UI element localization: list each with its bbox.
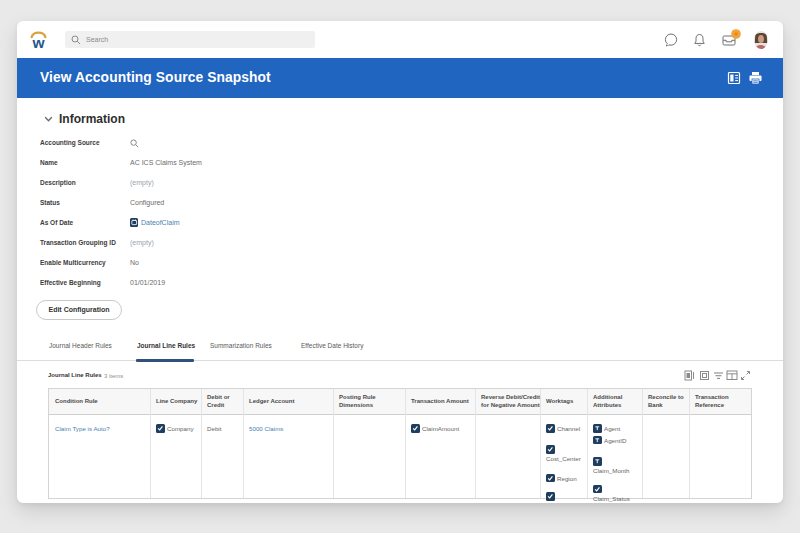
svg-text:w: w — [31, 34, 45, 50]
